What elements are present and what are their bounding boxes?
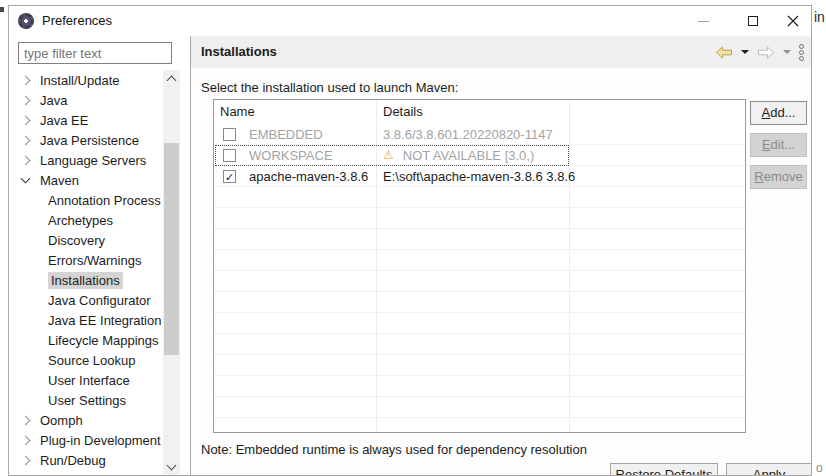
- note-text: Note: Embedded runtime is always used fo…: [201, 442, 587, 457]
- background-text-fragment: o: [816, 461, 823, 475]
- installations-page: Installations Select the installation us…: [191, 36, 812, 476]
- installation-details: 3.8.6/3.8.601.20220820-1147: [383, 124, 553, 145]
- chevron-right-icon[interactable]: [21, 135, 31, 145]
- tree-item-maven[interactable]: Maven: [9, 170, 164, 190]
- tree-item-annotation-processing[interactable]: Annotation Process: [9, 190, 164, 210]
- preferences-dialog: Preferences Install/Update Java Java EE …: [8, 5, 812, 476]
- desktop-background: in o Preferences Install/Update Java Jav…: [0, 0, 826, 476]
- checkbox-checked[interactable]: ✓: [223, 170, 236, 183]
- tree-item-user-settings[interactable]: User Settings: [9, 390, 164, 410]
- background-text-fragment: in: [814, 9, 825, 25]
- page-title: Installations: [201, 36, 277, 68]
- window-title: Preferences: [42, 6, 112, 36]
- table-header: Name Details: [214, 100, 745, 124]
- tree-item-installations[interactable]: Installations: [9, 270, 164, 290]
- apply-button[interactable]: Apply: [726, 463, 812, 476]
- chevron-right-icon[interactable]: [21, 95, 31, 105]
- view-menu-icon[interactable]: [799, 44, 804, 61]
- minimize-icon: [698, 21, 709, 22]
- column-header-name[interactable]: Name: [220, 100, 255, 124]
- preferences-gear-icon: [18, 13, 34, 29]
- minimize-button[interactable]: [687, 6, 719, 36]
- tree-item-run-debug[interactable]: Run/Debug: [9, 450, 164, 470]
- chevron-right-icon[interactable]: [21, 155, 31, 165]
- tree-item-java-persistence[interactable]: Java Persistence: [9, 130, 164, 150]
- page-description: Select the installation used to launch M…: [201, 80, 458, 95]
- tree-scrollbar[interactable]: [163, 70, 180, 476]
- chevron-right-icon[interactable]: [21, 415, 31, 425]
- table-row-apache-maven[interactable]: ✓ apache-maven-3.8.6 E:\soft\apache-mave…: [214, 166, 745, 187]
- installation-name: EMBEDDED: [249, 124, 323, 145]
- preferences-tree: Install/Update Java Java EE Java Persist…: [9, 70, 164, 476]
- empty-rows: [214, 187, 745, 433]
- tree-item-discovery[interactable]: Discovery: [9, 230, 164, 250]
- chevron-right-icon[interactable]: [21, 435, 31, 445]
- scroll-down-icon[interactable]: [167, 461, 177, 471]
- column-header-details[interactable]: Details: [383, 100, 423, 124]
- page-header: Installations: [191, 36, 812, 68]
- tree-item-archetypes[interactable]: Archetypes: [9, 210, 164, 230]
- tree-item-partial[interactable]: [9, 470, 164, 476]
- tree-item-java-ee-integration[interactable]: Java EE Integration: [9, 310, 164, 330]
- forward-arrow-icon[interactable]: [757, 46, 775, 59]
- back-arrow-icon[interactable]: [715, 46, 733, 59]
- tree-item-language-servers[interactable]: Language Servers: [9, 150, 164, 170]
- tree-item-java-ee[interactable]: Java EE: [9, 110, 164, 130]
- tree-item-java[interactable]: Java: [9, 90, 164, 110]
- chevron-right-icon[interactable]: [21, 455, 31, 465]
- tree-item-install-update[interactable]: Install/Update: [9, 70, 164, 90]
- back-history-caret-icon[interactable]: [741, 50, 749, 54]
- title-bar[interactable]: Preferences: [9, 6, 811, 36]
- tree-item-java-configurator[interactable]: Java Configurator: [9, 290, 164, 310]
- checkbox-unchecked[interactable]: [223, 149, 236, 162]
- tree-item-plug-in-development[interactable]: Plug-in Development: [9, 430, 164, 450]
- warning-icon: ⚠: [383, 145, 394, 166]
- chevron-right-icon[interactable]: [21, 75, 31, 85]
- scrollbar-thumb[interactable]: [164, 143, 179, 355]
- maximize-button[interactable]: [737, 6, 769, 36]
- forward-history-caret-icon[interactable]: [783, 50, 791, 54]
- tree-item-errors-warnings[interactable]: Errors/Warnings: [9, 250, 164, 270]
- tree-item-lifecycle-mappings[interactable]: Lifecycle Mappings: [9, 330, 164, 350]
- chevron-down-icon[interactable]: [21, 174, 31, 184]
- chevron-right-icon[interactable]: [21, 115, 31, 125]
- add-button[interactable]: Add...: [750, 101, 807, 125]
- installation-details-text: NOT AVAILABLE [3.0,): [403, 145, 535, 166]
- filter-input[interactable]: [18, 42, 172, 64]
- tree-item-oomph[interactable]: Oomph: [9, 410, 164, 430]
- edit-button[interactable]: Edit...: [750, 133, 807, 157]
- restore-defaults-button[interactable]: Restore Defaults: [610, 463, 718, 476]
- close-icon: [787, 15, 799, 27]
- installation-name: apache-maven-3.8.6: [249, 166, 368, 187]
- maximize-icon: [748, 16, 758, 26]
- tree-item-source-lookup[interactable]: Source Lookup: [9, 350, 164, 370]
- scroll-up-icon[interactable]: [167, 76, 177, 86]
- installations-table: Name Details EMBEDDED 3.8.6/3.8.601.2022…: [213, 99, 746, 433]
- table-row-embedded[interactable]: EMBEDDED 3.8.6/3.8.601.20220820-1147: [214, 124, 745, 145]
- close-button[interactable]: [777, 6, 809, 36]
- installation-name: WORKSPACE: [249, 145, 333, 166]
- table-row-workspace[interactable]: WORKSPACE ⚠NOT AVAILABLE [3.0,): [214, 145, 745, 166]
- checkbox-unchecked[interactable]: [223, 128, 236, 141]
- tree-item-user-interface[interactable]: User Interface: [9, 370, 164, 390]
- screen-artifact: [0, 7, 4, 12]
- remove-button[interactable]: Remove: [750, 165, 807, 189]
- header-nav: [715, 36, 804, 68]
- installation-details: E:\soft\apache-maven-3.8.6 3.8.6: [383, 166, 575, 187]
- installation-details: ⚠NOT AVAILABLE [3.0,): [383, 145, 534, 166]
